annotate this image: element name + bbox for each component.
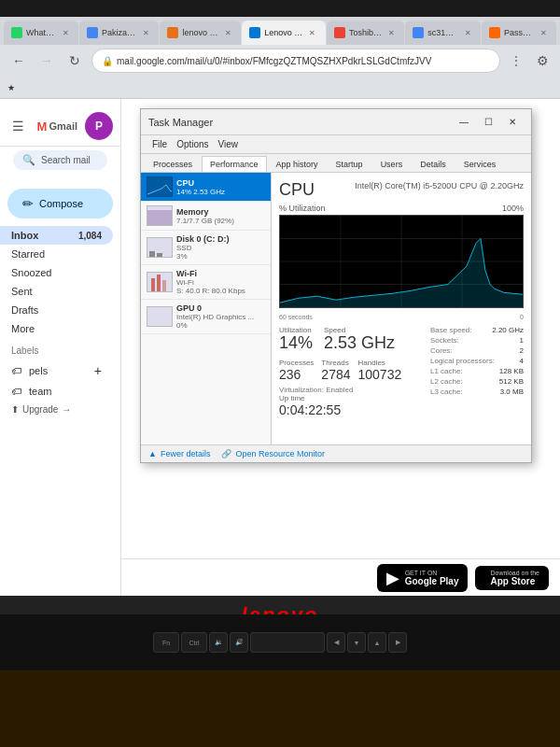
key-space[interactable] xyxy=(250,632,325,653)
back-button[interactable]: ← xyxy=(7,49,30,72)
svg-rect-9 xyxy=(147,307,173,327)
label-item-team[interactable]: 🏷 team xyxy=(0,382,113,401)
util-label-row: % Utilization 100% xyxy=(279,204,524,213)
add-label-icon[interactable]: + xyxy=(94,363,102,378)
tab-label: lenovo x1 yo xyxy=(182,28,218,37)
task-manager-tabs: Processes Performance App history Startu… xyxy=(141,154,531,173)
nav-item-sent[interactable]: Sent xyxy=(0,282,113,301)
process-disk[interactable]: Disk 0 (C: D:) SSD3% xyxy=(141,231,271,265)
process-wifi[interactable]: Wi-Fi Wi-FiS: 40.0 R: 80.0 Kbps xyxy=(141,265,271,300)
util-max: 100% xyxy=(502,204,524,213)
process-gpu[interactable]: GPU 0 Intel(R) HD Graphics ...0% xyxy=(141,300,271,334)
browser-tab-sata[interactable]: sc311 sata ✕ xyxy=(405,21,481,45)
bookmark-item[interactable]: ★ xyxy=(7,83,15,92)
browser-tab-pakiza[interactable]: Pakiza Afzal ✕ xyxy=(79,21,159,45)
browser-tab-toshiba[interactable]: Toshiba por ✕ xyxy=(327,21,404,45)
tab-app-history[interactable]: App history xyxy=(268,156,327,172)
speed-value: 2.53 GHz xyxy=(324,334,395,353)
account-avatar[interactable]: P xyxy=(85,112,113,140)
label-item-label: pels xyxy=(29,365,48,376)
key-left[interactable]: ◀ xyxy=(327,632,345,653)
google-play-button[interactable]: ▶ GET IT ON Google Play xyxy=(377,564,469,592)
key-right[interactable]: ▶ xyxy=(388,632,407,653)
wifi-sub: Wi-FiS: 40.0 R: 80.0 Kbps xyxy=(176,278,265,295)
tab-close-icon[interactable]: ✕ xyxy=(140,27,151,38)
extensions-button[interactable]: ⋮ xyxy=(506,50,526,71)
forward-button[interactable]: → xyxy=(35,49,58,72)
key-down[interactable]: ▼ xyxy=(347,632,366,653)
nav-item-badge: 1,084 xyxy=(78,231,102,241)
tab-processes[interactable]: Processes xyxy=(145,156,201,172)
address-bar[interactable]: 🔒 mail.google.com/mail/u/0/#inbox/FMfcgz… xyxy=(91,49,500,73)
wifi-mini-graph xyxy=(147,272,173,292)
labels-title: Labels xyxy=(11,345,38,356)
processes-value: 236 xyxy=(279,367,314,382)
util-label: % Utilization xyxy=(279,204,326,213)
file-menu[interactable]: File xyxy=(148,139,171,149)
browser-tab-passmark[interactable]: PassMark ✕ xyxy=(482,21,556,45)
task-manager-titlebar[interactable]: Task Manager — ☐ ✕ xyxy=(141,109,531,135)
nav-item-drafts[interactable]: Drafts xyxy=(0,301,113,319)
options-menu[interactable]: Options xyxy=(173,139,212,149)
app-store-button[interactable]: Download on the App Store xyxy=(475,566,549,590)
tab-performance[interactable]: Performance xyxy=(202,156,267,172)
process-cpu[interactable]: CPU 14% 2.53 GHz xyxy=(141,173,271,202)
cpu-detail-columns: Utilization 14% Speed 2.53 GHz xyxy=(279,326,524,423)
tab-users[interactable]: Users xyxy=(372,156,412,172)
nav-item-starred[interactable]: Starred xyxy=(0,245,113,263)
gmail-sidebar: ☰ M Gmail P 🔍 Search mail ✏ Compose xyxy=(0,99,121,596)
tab-startup[interactable]: Startup xyxy=(328,156,371,172)
tab-close-icon[interactable]: ✕ xyxy=(538,27,549,38)
tab-close-icon[interactable]: ✕ xyxy=(222,27,233,38)
tab-favicon xyxy=(413,27,424,38)
memory-process-info: Memory 7.1/7.7 GB (92%) xyxy=(176,207,265,225)
l2-cache-value: 512 KB xyxy=(499,377,524,386)
gmail-logo-m: M xyxy=(37,120,48,134)
close-button[interactable]: ✕ xyxy=(501,114,524,131)
key-vol-up[interactable]: 🔊 xyxy=(230,632,248,653)
fewer-details-button[interactable]: ▲ Fewer details xyxy=(148,449,210,458)
tab-favicon xyxy=(11,27,22,38)
tab-label: Lenovo Think xyxy=(264,28,303,37)
key-fn[interactable]: Fn xyxy=(153,632,179,653)
key-up[interactable]: ▲ xyxy=(368,632,386,653)
view-menu[interactable]: View xyxy=(215,139,243,149)
nav-item-inbox[interactable]: Inbox 1,084 xyxy=(0,226,113,245)
minimize-button[interactable]: — xyxy=(453,114,475,131)
maximize-button[interactable]: ☐ xyxy=(477,114,499,131)
upgrade-button[interactable]: ⬆ Upgrade → xyxy=(0,401,120,418)
browser-tab-lenovo-x1[interactable]: lenovo x1 yo ✕ xyxy=(160,21,241,45)
key-vol-down[interactable]: 🔉 xyxy=(209,632,228,653)
search-icon: 🔍 xyxy=(22,154,35,166)
search-bar[interactable]: 🔍 Search mail xyxy=(13,150,107,170)
process-memory[interactable]: Memory 7.1/7.7 GB (92%) xyxy=(141,202,271,231)
tab-close-icon[interactable]: ✕ xyxy=(307,27,318,38)
refresh-button[interactable]: ↻ xyxy=(63,49,86,72)
fewer-details-label: Fewer details xyxy=(161,449,211,458)
key-ctrl[interactable]: Ctrl xyxy=(181,632,207,653)
logical-proc-label: Logical processors: xyxy=(430,357,495,365)
label-item-pels[interactable]: 🏷 pels + xyxy=(0,359,113,382)
task-manager-footer: ▲ Fewer details 🔗 Open Resource Monitor xyxy=(141,444,531,462)
disk-process-info: Disk 0 (C: D:) SSD3% xyxy=(176,234,265,261)
tab-close-icon[interactable]: ✕ xyxy=(462,27,473,38)
hamburger-menu[interactable]: ☰ xyxy=(7,115,30,137)
time-end: 0 xyxy=(520,314,524,320)
browser-tab-lenovo-think[interactable]: Lenovo Think ✕ xyxy=(242,21,326,45)
tab-details[interactable]: Details xyxy=(412,156,455,172)
task-manager-body: CPU 14% 2.53 GHz xyxy=(141,173,531,444)
l1-cache-label: L1 cache: xyxy=(430,367,463,375)
browser-tab-whatsapp[interactable]: WhatsApp ✕ xyxy=(4,21,78,45)
base-speed-value: 2.20 GHz xyxy=(492,326,524,334)
nav-item-snoozed[interactable]: Snoozed xyxy=(0,263,113,282)
processes-label: Processes xyxy=(279,359,314,367)
compose-button[interactable]: ✏ Compose xyxy=(7,189,113,218)
tab-close-icon[interactable]: ✕ xyxy=(385,27,397,38)
settings-icon[interactable]: ⚙ xyxy=(532,50,553,71)
tab-services[interactable]: Services xyxy=(455,156,505,172)
cpu-title: CPU xyxy=(279,180,315,200)
fewer-details-icon: ▲ xyxy=(148,449,157,458)
tab-close-icon[interactable]: ✕ xyxy=(60,27,71,38)
nav-item-more[interactable]: More xyxy=(0,319,113,338)
open-resource-monitor-button[interactable]: 🔗 Open Resource Monitor xyxy=(221,449,325,458)
